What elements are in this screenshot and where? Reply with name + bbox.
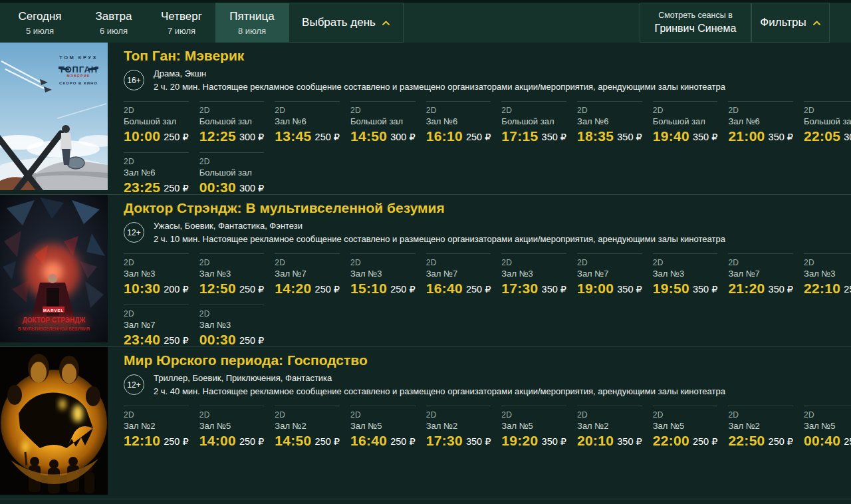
session-hall: Большой зал <box>350 116 416 126</box>
tab-tomorrow[interactable]: Завтра 6 июля <box>80 3 148 43</box>
session-card[interactable]: 2D Зал №3 12:50 250 ₽ <box>199 253 265 297</box>
tab-label: Сегодня <box>18 10 61 23</box>
session-price: 250 ₽ <box>315 132 340 142</box>
session-time-price: 19:40 350 ₽ <box>653 128 718 144</box>
svg-text:ТОПГАН: ТОПГАН <box>59 64 98 74</box>
session-hall: Зал №3 <box>199 269 265 279</box>
session-card[interactable]: 2D Зал №6 13:45 250 ₽ <box>275 101 340 144</box>
cinema-schedule-page: Сегодня 5 июля Завтра 6 июля Четверг 7 и… <box>0 0 851 504</box>
session-card[interactable]: 2D Зал №3 19:50 350 ₽ <box>653 253 718 297</box>
session-card[interactable]: 2D Большой зал 22:05 300 ₽ <box>804 101 851 144</box>
session-card[interactable]: 2D Зал №6 18:35 350 ₽ <box>577 101 642 144</box>
session-hall: Зал №2 <box>275 421 340 431</box>
session-card[interactable]: 2D Зал №2 20:10 350 ₽ <box>577 406 642 449</box>
session-card[interactable]: 2D Зал №7 16:40 250 ₽ <box>426 253 491 297</box>
session-price: 250 ₽ <box>315 284 340 295</box>
session-format: 2D <box>124 106 189 115</box>
session-time: 10:30 <box>124 281 160 297</box>
movie-poster[interactable] <box>0 347 108 495</box>
tab-friday-active[interactable]: Пятница 8 июля <box>215 3 289 43</box>
session-card[interactable]: 2D Зал №5 14:00 250 ₽ <box>199 406 265 449</box>
session-hall: Зал №2 <box>426 421 491 431</box>
session-hall: Зал №3 <box>501 269 566 279</box>
movie-title[interactable]: Мир Юрского периода: Господство <box>124 352 368 368</box>
session-card[interactable]: 2D Большой зал 19:40 350 ₽ <box>653 101 718 144</box>
session-hall: Зал №3 <box>653 269 718 279</box>
session-time-price: 19:00 350 ₽ <box>577 281 642 297</box>
session-price: 350 ₽ <box>769 132 793 142</box>
session-card[interactable]: 2D Зал №7 23:40 250 ₽ <box>124 305 189 348</box>
session-format: 2D <box>199 309 265 318</box>
session-card[interactable]: 2D Большой зал 10:00 250 ₽ <box>124 101 189 144</box>
tab-today[interactable]: Сегодня 5 июля <box>0 3 80 43</box>
session-time-price: 22:10 250 ₽ <box>804 281 851 297</box>
cinema-selector[interactable]: Смотреть сеансы в Гринвич Синема <box>640 3 751 43</box>
session-card[interactable]: 2D Зал №7 14:20 250 ₽ <box>275 253 340 297</box>
session-format: 2D <box>124 157 189 166</box>
svg-text:ДОКТОР СТРЭНДЖ: ДОКТОР СТРЭНДЖ <box>23 316 86 324</box>
session-card[interactable]: 2D Зал №3 17:30 350 ₽ <box>501 253 566 297</box>
session-format: 2D <box>199 157 265 166</box>
session-format: 2D <box>501 258 566 267</box>
movie-content: Топ Ган: Мэверик 16+ Драма, Экшн 2 ч. 20… <box>108 43 851 194</box>
movie-description: 2 ч. 10 мин. Настоящее рекламное сообщен… <box>154 234 725 244</box>
svg-text:В МУЛЬТИВСЕЛЕННОЙ БЕЗУМИЯ: В МУЛЬТИВСЕЛЕННОЙ БЕЗУМИЯ <box>18 326 90 331</box>
session-card[interactable]: 2D Зал №2 17:30 350 ₽ <box>426 406 491 449</box>
session-time: 19:20 <box>501 433 538 449</box>
session-card[interactable]: 2D Зал №5 00:40 250 ₽ <box>804 406 851 449</box>
session-time-price: 22:05 300 ₽ <box>804 128 851 144</box>
session-price: 300 ₽ <box>844 132 851 142</box>
session-card[interactable]: 2D Зал №3 22:10 250 ₽ <box>804 253 851 297</box>
session-time: 18:35 <box>577 128 614 144</box>
session-card[interactable]: 2D Зал №2 14:50 250 ₽ <box>275 406 340 449</box>
session-card[interactable]: 2D Большой зал 17:15 350 ₽ <box>501 101 566 144</box>
session-price: 250 ₽ <box>164 132 188 142</box>
session-hall: Зал №7 <box>124 320 189 330</box>
movie-description: 2 ч. 20 мин. Настоящее рекламное сообщен… <box>154 82 725 92</box>
movie-title[interactable]: Доктор Стрэндж: В мультивселенной безуми… <box>124 200 445 216</box>
session-card[interactable]: 2D Зал №3 15:10 250 ₽ <box>350 253 416 297</box>
select-day-button[interactable]: Выбрать день <box>289 3 404 43</box>
session-time-price: 00:30 300 ₽ <box>199 180 265 195</box>
session-time-price: 14:50 300 ₽ <box>350 128 416 144</box>
session-card[interactable]: 2D Зал №2 12:10 250 ₽ <box>124 406 189 449</box>
session-card[interactable]: 2D Зал №7 21:20 350 ₽ <box>728 253 793 297</box>
session-time-price: 21:20 350 ₽ <box>728 281 793 297</box>
tab-thursday[interactable]: Четверг 7 июля <box>148 3 215 43</box>
session-card[interactable]: 2D Большой зал 14:50 300 ₽ <box>350 101 416 144</box>
session-card[interactable]: 2D Зал №3 00:30 250 ₽ <box>199 305 265 348</box>
movie-genres: Драма, Экшн <box>154 68 725 78</box>
session-card[interactable]: 2D Зал №5 19:20 350 ₽ <box>501 406 566 449</box>
session-card[interactable]: 2D Зал №6 21:00 350 ₽ <box>728 101 793 144</box>
session-card[interactable]: 2D Зал №6 23:25 250 ₽ <box>124 152 189 195</box>
session-format: 2D <box>653 258 718 267</box>
session-card[interactable]: 2D Большой зал 00:30 300 ₽ <box>199 152 265 195</box>
session-card[interactable]: 2D Зал №5 22:00 250 ₽ <box>653 406 718 449</box>
session-card[interactable]: 2D Зал №3 10:30 200 ₽ <box>124 253 189 297</box>
session-format: 2D <box>501 410 566 420</box>
session-hall: Большой зал <box>804 116 851 126</box>
session-time-price: 12:10 250 ₽ <box>124 433 189 449</box>
session-card[interactable]: 2D Зал №5 16:40 250 ₽ <box>350 406 416 449</box>
header-right-pad <box>830 3 851 43</box>
session-format: 2D <box>350 258 416 267</box>
movie-poster[interactable]: MARVEL ДОКТОР СТРЭНДЖ В МУЛЬТИВСЕЛЕННОЙ … <box>0 195 108 342</box>
movie-title[interactable]: Топ Ган: Мэверик <box>124 48 244 64</box>
session-card[interactable]: 2D Зал №6 16:10 250 ₽ <box>426 101 491 144</box>
session-price: 250 ₽ <box>769 436 793 447</box>
movie-poster[interactable]: ТОМ КРУЗ ТОПГАН МЭВЕРИК СКОРО В КИНО <box>0 43 108 190</box>
session-time-price: 17:15 350 ₽ <box>501 128 566 144</box>
session-card[interactable]: 2D Зал №7 19:00 350 ₽ <box>577 253 642 297</box>
jurassic-world-poster-art <box>0 347 108 495</box>
session-format: 2D <box>350 410 416 420</box>
session-price: 250 ₽ <box>239 284 264 295</box>
session-hall: Зал №3 <box>350 269 416 279</box>
movie-genres: Триллер, Боевик, Приключения, Фантастика <box>154 373 725 383</box>
session-card[interactable]: 2D Зал №2 22:50 250 ₽ <box>728 406 793 449</box>
session-time: 22:00 <box>653 433 689 449</box>
session-format: 2D <box>577 106 642 115</box>
session-price: 350 ₽ <box>617 436 642 447</box>
session-card[interactable]: 2D Большой зал 12:25 300 ₽ <box>199 101 265 144</box>
filters-button[interactable]: Фильтры <box>751 3 830 43</box>
session-format: 2D <box>199 106 265 115</box>
